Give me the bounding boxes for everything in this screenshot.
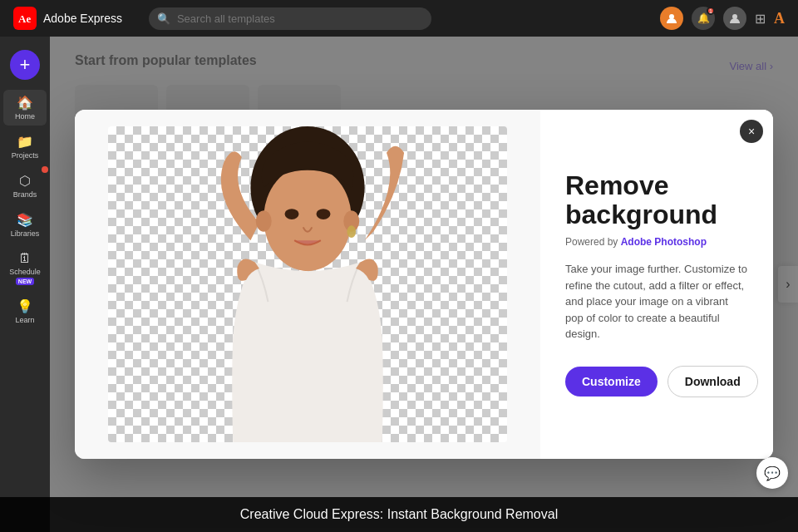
customize-button[interactable]: Customize [565, 367, 658, 397]
sidebar-item-home[interactable]: 🏠 Home [3, 90, 47, 126]
image-preview-container [108, 126, 507, 442]
home-icon: 🏠 [17, 95, 33, 111]
svg-point-5 [264, 166, 352, 272]
sidebar-item-schedule[interactable]: 🗓 Schedule NEW [3, 246, 47, 290]
notification-badge: 1 [707, 7, 715, 15]
bottom-bar: Creative Cloud Express: Instant Backgrou… [0, 497, 798, 532]
svg-point-9 [285, 209, 299, 219]
sidebar-item-brands[interactable]: ⬡ Brands [3, 168, 47, 204]
search-icon: 🔍 [157, 12, 170, 25]
remove-background-modal: × [75, 110, 773, 459]
topbar-icons: 🔔 1 ⊞ A [660, 7, 785, 30]
modal-description: Take your image further. Customize to re… [565, 261, 748, 342]
create-button[interactable]: + [10, 50, 40, 80]
user-avatar-icon[interactable] [660, 7, 683, 30]
svg-point-6 [256, 210, 272, 231]
content-area: Start from popular templates View all › … [50, 37, 798, 532]
chat-icon: 💬 [764, 466, 781, 481]
sidebar: + 🏠 Home 📁 Projects ⬡ Brands 📚 Libraries… [0, 37, 50, 532]
topbar: Ae Adobe Express 🔍 🔔 1 ⊞ A [0, 0, 798, 37]
bottom-bar-text: Creative Cloud Express: Instant Backgrou… [240, 507, 558, 521]
search-input[interactable] [149, 7, 431, 30]
powered-by-prefix: Powered by [565, 236, 621, 248]
search-area: 🔍 [149, 7, 633, 30]
learn-icon: 💡 [17, 298, 33, 314]
svg-text:Ae: Ae [18, 12, 31, 25]
modal-close-button[interactable]: × [740, 120, 763, 143]
libraries-icon: 📚 [17, 212, 33, 228]
person-silhouette [108, 126, 507, 442]
modal-powered-by: Powered by Adobe Photoshop [565, 236, 748, 248]
modal-image-panel [75, 110, 540, 459]
apps-grid-icon[interactable]: ⊞ [755, 11, 766, 27]
ai-badge-icon[interactable]: A [774, 10, 785, 27]
svg-point-10 [317, 209, 331, 219]
sidebar-item-learn[interactable]: 💡 Learn [3, 293, 47, 329]
download-button[interactable]: Download [667, 366, 758, 397]
modal-actions: Customize Download [565, 366, 748, 397]
profile-avatar[interactable] [723, 7, 746, 30]
person-image-svg [108, 126, 507, 442]
app-logo-icon: Ae [13, 7, 37, 30]
sidebar-item-libraries[interactable]: 📚 Libraries [3, 207, 47, 243]
brands-icon: ⬡ [19, 173, 31, 189]
close-icon: × [748, 125, 755, 138]
svg-point-8 [347, 225, 357, 238]
powered-by-brand: Adobe Photoshop [621, 236, 707, 248]
chat-button[interactable]: 💬 [756, 457, 788, 489]
new-badge: NEW [16, 278, 34, 285]
brands-notification-dot [42, 166, 48, 173]
sidebar-item-projects[interactable]: 📁 Projects [3, 129, 47, 165]
modal-content-panel: Remove background Powered by Adobe Photo… [540, 110, 773, 459]
app-name: Adobe Express [43, 12, 122, 25]
modal-overlay[interactable]: × [50, 37, 798, 532]
projects-icon: 📁 [17, 134, 33, 150]
notification-icon[interactable]: 🔔 1 [692, 7, 715, 30]
modal-title: Remove background [565, 171, 748, 229]
schedule-icon: 🗓 [18, 251, 32, 266]
main-layout: + 🏠 Home 📁 Projects ⬡ Brands 📚 Libraries… [0, 37, 798, 532]
app-logo[interactable]: Ae Adobe Express [13, 7, 122, 30]
